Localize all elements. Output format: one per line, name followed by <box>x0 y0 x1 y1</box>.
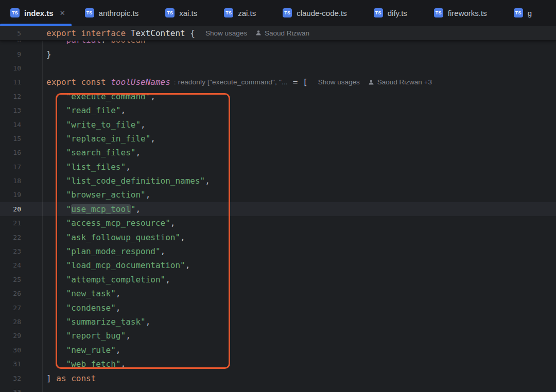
line-number-gutter[interactable]: 13 <box>0 103 43 117</box>
line-number-gutter[interactable]: 11 <box>0 75 43 89</box>
code-token: "attempt_completion" <box>46 275 165 284</box>
tab-label: index.ts <box>24 9 54 17</box>
code-token: , <box>116 303 121 313</box>
line-number-gutter[interactable]: 26 <box>0 287 43 300</box>
line-number-gutter[interactable]: 14 <box>0 117 43 131</box>
line-number-gutter[interactable]: 29 <box>0 329 43 343</box>
code-token: use_mcp_tool <box>71 204 131 214</box>
tab-label: xai.ts <box>179 9 197 17</box>
typescript-file-icon: TS <box>85 8 94 17</box>
tab-anthropic-ts[interactable]: TSanthropic.ts <box>72 0 152 26</box>
code-text[interactable]: "new_rule", <box>43 345 121 355</box>
line-number-gutter[interactable]: 15 <box>0 132 43 146</box>
line-number-gutter[interactable]: 24 <box>0 258 43 272</box>
line-number-gutter[interactable]: 22 <box>0 230 43 244</box>
code-line-9: 9} <box>0 47 556 61</box>
code-token: { <box>190 28 195 38</box>
code-text[interactable]: export const toolUseNames: readonly ["ex… <box>43 77 432 87</box>
line-number: 18 <box>13 177 21 185</box>
line-number: 19 <box>13 191 21 199</box>
code-text[interactable]: "web_fetch", <box>43 359 126 369</box>
code-text[interactable]: "condense", <box>43 303 121 313</box>
code-token: , <box>150 92 155 101</box>
tab-g[interactable]: TSg <box>500 0 545 26</box>
line-number-gutter[interactable]: 21 <box>0 216 43 230</box>
line-number-gutter[interactable]: 30 <box>0 343 43 357</box>
line-number-gutter[interactable]: 10 <box>0 61 43 75</box>
tab-xai-ts[interactable]: TSxai.ts <box>152 0 211 26</box>
code-line-11: 11export const toolUseNames: readonly ["… <box>0 75 556 89</box>
code-text[interactable]: "report_bug", <box>43 331 131 341</box>
author-name: Saoud Rizwan <box>265 29 309 37</box>
line-number-gutter[interactable]: 5 <box>0 26 43 40</box>
code-text[interactable]: "plan_mode_respond", <box>43 246 165 256</box>
code-token: , <box>165 275 170 284</box>
code-text[interactable]: "read_file", <box>43 105 126 115</box>
code-text[interactable]: "browser_action", <box>43 190 150 200</box>
code-line-28: 28 "summarize_task", <box>0 315 556 329</box>
code-token: , <box>146 190 151 200</box>
line-number-gutter[interactable]: 20 <box>0 202 43 216</box>
code-line-27: 27 "condense", <box>0 300 556 314</box>
tab-dify-ts[interactable]: TSdify.ts <box>360 0 421 26</box>
sticky-header-line[interactable]: 5export interface TextContent {Show usag… <box>0 26 556 41</box>
code-text[interactable]: "write_to_file", <box>43 120 146 130</box>
code-token: , <box>135 148 141 157</box>
code-line-21: 21 "access_mcp_resource", <box>0 216 556 230</box>
code-text[interactable]: "ask_followup_question", <box>43 233 185 242</box>
line-number-gutter[interactable]: 19 <box>0 188 43 202</box>
code-token: , <box>126 331 131 341</box>
line-number-gutter[interactable]: 12 <box>0 90 43 103</box>
author-annotation[interactable]: Saoud Rizwan +3 <box>368 78 432 86</box>
code-line-12: 12 "execute_command", <box>0 90 556 103</box>
code-text[interactable]: } <box>43 49 51 59</box>
code-text[interactable]: "list_code_definition_names", <box>43 176 210 186</box>
line-number-gutter[interactable]: 32 <box>0 371 43 385</box>
line-number-gutter[interactable]: 16 <box>0 146 43 159</box>
line-number-gutter[interactable]: 25 <box>0 273 43 287</box>
code-text[interactable]: "replace_in_file", <box>43 134 155 144</box>
code-text[interactable]: ] as const <box>43 373 96 383</box>
code-text[interactable]: "new_task", <box>43 289 121 298</box>
code-token: "report_bug" <box>46 331 126 341</box>
line-number-gutter[interactable]: 17 <box>0 160 43 174</box>
code-text[interactable]: "access_mcp_resource", <box>43 218 175 228</box>
show-usages-link[interactable]: Show usages <box>205 29 247 37</box>
code-text[interactable]: "load_mcp_documentation", <box>43 260 190 270</box>
code-text[interactable]: "search_files", <box>43 148 141 157</box>
tab-zai-ts[interactable]: TSzai.ts <box>211 0 269 26</box>
typescript-file-icon: TS <box>165 8 175 17</box>
code-token: "read_file" <box>46 105 121 115</box>
tab-label: g <box>528 9 532 17</box>
code-line-19: 19 "browser_action", <box>0 188 556 202</box>
code-text[interactable]: export interface TextContent {Show usage… <box>43 28 309 38</box>
code-token: , <box>116 345 121 355</box>
line-number: 26 <box>13 290 21 297</box>
line-number-gutter[interactable]: 31 <box>0 357 43 371</box>
author-annotation[interactable]: Saoud Rizwan <box>255 29 309 37</box>
line-number-gutter[interactable]: 28 <box>0 315 43 329</box>
code-text[interactable]: "list_files", <box>43 162 131 172</box>
code-vision-hint: Show usagesSaoud Rizwan +3 <box>318 78 432 86</box>
line-number-gutter[interactable]: 33 <box>0 385 43 392</box>
tab-index-ts[interactable]: TSindex.ts✕ <box>0 0 72 26</box>
close-tab-icon[interactable]: ✕ <box>60 10 65 16</box>
code-editor[interactable]: 8 partial: boolean9}1011export const too… <box>0 26 556 392</box>
show-usages-link[interactable]: Show usages <box>318 78 360 86</box>
code-line-13: 13 "read_file", <box>0 103 556 117</box>
line-number-gutter[interactable]: 27 <box>0 300 43 314</box>
code-token: } <box>46 49 51 59</box>
line-number: 22 <box>13 234 21 241</box>
code-text[interactable]: "attempt_completion", <box>43 275 170 284</box>
line-number-gutter[interactable]: 9 <box>0 47 43 61</box>
tab-claude-code-ts[interactable]: TSclaude-code.ts <box>269 0 360 26</box>
code-token: , <box>170 218 176 228</box>
code-text[interactable]: "use_mcp_tool", <box>43 204 141 214</box>
line-number-gutter[interactable]: 23 <box>0 244 43 258</box>
code-text[interactable]: "summarize_task", <box>43 317 150 327</box>
line-number-gutter[interactable]: 18 <box>0 174 43 188</box>
tab-fireworks-ts[interactable]: TSfireworks.ts <box>421 0 500 26</box>
typescript-file-icon: TS <box>374 8 383 17</box>
code-text[interactable]: "execute_command", <box>43 92 155 101</box>
code-token: , <box>150 134 155 144</box>
